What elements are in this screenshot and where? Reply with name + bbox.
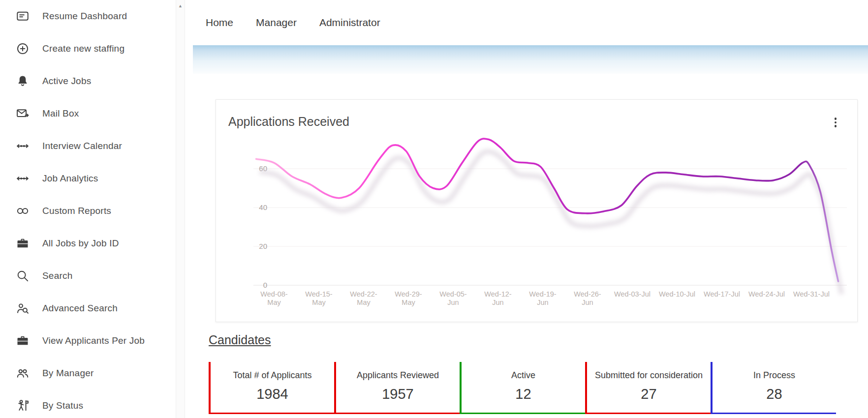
sidebar-menu: Resume DashboardCreate new staffingActiv… bbox=[0, 0, 193, 418]
stat-label: Submitted for consideration bbox=[587, 370, 711, 381]
applications-chart-card: Applications Received 0204060Wed-08-MayW… bbox=[216, 99, 858, 322]
sidebar-item-label: Interview Calendar bbox=[42, 141, 122, 151]
briefcase-icon bbox=[16, 334, 30, 348]
sidebar-item-resume-dashboard[interactable]: Resume Dashboard bbox=[0, 0, 193, 32]
stat-label: Active bbox=[462, 370, 585, 381]
sidebar-item-label: Create new staffing bbox=[42, 43, 124, 54]
resume-icon bbox=[16, 9, 30, 23]
sidebar-item-mail-box[interactable]: Mail Box bbox=[0, 97, 193, 130]
sidebar: Resume DashboardCreate new staffingActiv… bbox=[0, 0, 193, 418]
app-root: Resume DashboardCreate new staffingActiv… bbox=[0, 0, 868, 418]
plus-circle-icon bbox=[16, 42, 30, 56]
sidebar-item-active-jobs[interactable]: Active Jobs bbox=[0, 65, 193, 97]
applications-line-chart: 0204060Wed-08-MayWed-15-MayWed-22-MayWed… bbox=[216, 100, 857, 322]
sidebar-item-advanced-search[interactable]: Advanced Search bbox=[0, 292, 193, 325]
sidebar-item-label: Resume Dashboard bbox=[42, 11, 127, 22]
sidebar-item-search[interactable]: Search bbox=[0, 260, 193, 292]
svg-text:Wed-19-Jun: Wed-19-Jun bbox=[529, 290, 557, 306]
kebab-menu-icon[interactable] bbox=[833, 116, 839, 129]
sidebar-item-label: Job Analytics bbox=[42, 173, 98, 184]
stat-label: Applicants Reviewed bbox=[336, 370, 460, 381]
sidebar-item-label: All Jobs by Job ID bbox=[42, 238, 119, 249]
svg-text:Wed-26-Jun: Wed-26-Jun bbox=[574, 290, 601, 306]
stat-label: In Process bbox=[713, 370, 836, 381]
svg-text:0: 0 bbox=[263, 281, 267, 289]
person-flag-icon bbox=[16, 399, 30, 413]
mail-icon bbox=[16, 107, 30, 120]
candidates-stats-row: Total # of Applicants1984Applicants Revi… bbox=[209, 362, 868, 414]
bell-icon bbox=[16, 74, 30, 88]
nav-item-home[interactable]: Home bbox=[206, 17, 233, 29]
sidebar-item-label: Active Jobs bbox=[42, 76, 91, 87]
sidebar-item-custom-reports[interactable]: Custom Reports bbox=[0, 195, 193, 227]
candidates-link[interactable]: Candidates bbox=[209, 333, 271, 347]
stat-value: 12 bbox=[462, 386, 585, 402]
sidebar-item-label: By Manager bbox=[42, 368, 93, 379]
sidebar-item-label: By Status bbox=[42, 400, 83, 411]
svg-text:Wed-12-Jun: Wed-12-Jun bbox=[484, 290, 512, 306]
sidebar-item-interview-calendar[interactable]: Interview Calendar bbox=[0, 130, 193, 162]
sidebar-item-create-new-staffing[interactable]: Create new staffing bbox=[0, 32, 193, 65]
svg-text:Wed-29-May: Wed-29-May bbox=[395, 290, 422, 306]
svg-text:Wed-17-Jul: Wed-17-Jul bbox=[704, 290, 740, 298]
line-chart-svg: 0204060Wed-08-MayWed-15-MayWed-22-MayWed… bbox=[216, 100, 857, 322]
sidebar-scrollbar[interactable]: ▲ bbox=[176, 0, 185, 418]
svg-text:20: 20 bbox=[259, 242, 267, 250]
nav-item-administrator[interactable]: Administrator bbox=[319, 17, 380, 29]
sidebar-item-by-status[interactable]: By Status bbox=[0, 389, 193, 418]
timeline-icon bbox=[16, 172, 30, 185]
stat-card-applicants-reviewed: Applicants Reviewed1957 bbox=[334, 362, 460, 414]
chevron-up-icon[interactable]: ▲ bbox=[176, 0, 185, 8]
sidebar-item-all-jobs-by-job-id[interactable]: All Jobs by Job ID bbox=[0, 227, 193, 260]
stat-card-active: Active12 bbox=[460, 362, 585, 414]
svg-text:Wed-08-May: Wed-08-May bbox=[260, 290, 288, 306]
briefcase-icon bbox=[16, 237, 30, 250]
stat-card-submitted-for-consideration: Submitted for consideration27 bbox=[585, 362, 711, 414]
sidebar-item-label: Search bbox=[42, 270, 72, 281]
stat-value: 1984 bbox=[211, 386, 334, 402]
stat-value: 1957 bbox=[336, 386, 460, 402]
svg-text:40: 40 bbox=[259, 203, 267, 211]
stat-label: Total # of Applicants bbox=[211, 370, 334, 381]
sidebar-item-job-analytics[interactable]: Job Analytics bbox=[0, 162, 193, 195]
top-navigation: HomeManagerAdministrator bbox=[193, 0, 868, 45]
timeline-icon bbox=[16, 139, 30, 153]
header-gradient-band bbox=[193, 45, 868, 74]
line-shadow bbox=[260, 151, 842, 294]
stat-value: 28 bbox=[713, 386, 836, 402]
svg-text:Wed-03-Jul: Wed-03-Jul bbox=[614, 290, 651, 298]
svg-text:Wed-24-Jul: Wed-24-Jul bbox=[748, 290, 785, 298]
sidebar-item-by-manager[interactable]: By Manager bbox=[0, 357, 193, 389]
main-area: HomeManagerAdministrator Applications Re… bbox=[193, 0, 868, 418]
search-icon bbox=[16, 269, 30, 283]
svg-text:Wed-10-Jul: Wed-10-Jul bbox=[659, 290, 695, 298]
svg-text:Wed-05-Jun: Wed-05-Jun bbox=[439, 290, 467, 306]
svg-text:Wed-15-May: Wed-15-May bbox=[305, 290, 333, 306]
sidebar-item-label: View Applicants Per Job bbox=[42, 335, 145, 346]
person-search-icon bbox=[16, 301, 30, 315]
people-icon bbox=[16, 366, 30, 380]
sidebar-item-label: Mail Box bbox=[42, 108, 79, 119]
chart-title: Applications Received bbox=[228, 115, 349, 129]
sidebar-item-view-applicants-per-job[interactable]: View Applicants Per Job bbox=[0, 325, 193, 357]
stat-card-in-process: In Process28 bbox=[711, 362, 836, 414]
svg-text:Wed-22-May: Wed-22-May bbox=[350, 290, 377, 306]
link-icon bbox=[16, 204, 30, 218]
nav-item-manager[interactable]: Manager bbox=[256, 17, 297, 29]
stat-value: 27 bbox=[587, 386, 711, 402]
stat-card-total-of-applicants: Total # of Applicants1984 bbox=[209, 362, 334, 414]
sidebar-item-label: Custom Reports bbox=[42, 206, 111, 216]
sidebar-item-label: Advanced Search bbox=[42, 303, 118, 314]
svg-text:Wed-31-Jul: Wed-31-Jul bbox=[793, 290, 830, 298]
